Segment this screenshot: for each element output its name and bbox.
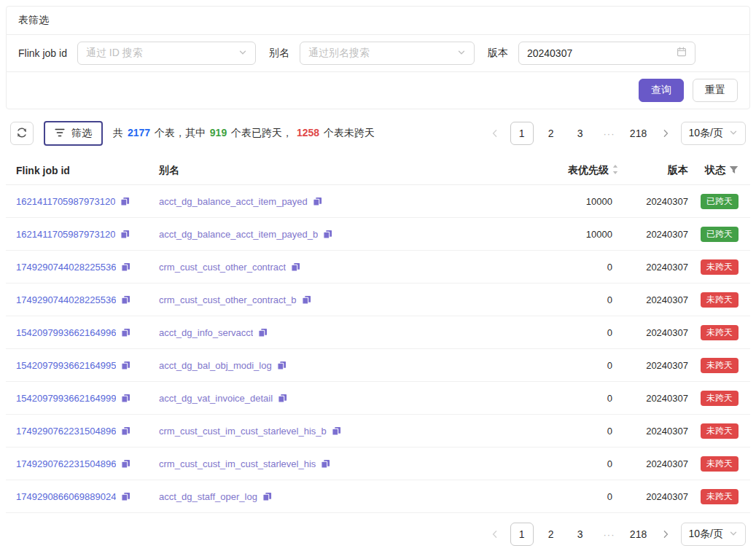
- refresh-button[interactable]: [10, 122, 34, 145]
- copy-job-id-icon[interactable]: [121, 492, 130, 501]
- priority-cell: 10000: [520, 229, 622, 240]
- version-cell: 20240307: [622, 360, 692, 371]
- version-filter-label: 版本: [488, 47, 508, 60]
- priority-cell: 10000: [520, 196, 622, 207]
- table-row: 1749290744028225536 crm_cust_cust_other_…: [6, 284, 750, 316]
- priority-cell: 0: [520, 327, 622, 338]
- column-header-jobid: Flink job id: [16, 165, 159, 176]
- alias-link[interactable]: crm_cust_cust_other_contract: [159, 262, 286, 273]
- copy-alias-icon[interactable]: [262, 492, 272, 501]
- alias-link[interactable]: acct_dg_staff_oper_log: [159, 491, 257, 502]
- copy-alias-icon[interactable]: [321, 459, 330, 469]
- pagination-next-icon[interactable]: [656, 122, 675, 145]
- column-header-version: 版本: [622, 164, 692, 177]
- page-size-select[interactable]: 10条/页: [681, 122, 746, 145]
- pagination-prev-icon[interactable]: [486, 122, 504, 145]
- copy-alias-icon[interactable]: [277, 361, 287, 370]
- version-date-input[interactable]: 20240307: [518, 42, 695, 65]
- alias-link[interactable]: crm_cust_cust_im_cust_starlevel_his: [159, 458, 316, 469]
- priority-cell: 0: [520, 491, 622, 502]
- pagination-pages: 123···218: [486, 122, 675, 145]
- alias-filter-select[interactable]: 通过别名搜索: [300, 42, 475, 65]
- copy-job-id-icon[interactable]: [120, 197, 130, 206]
- version-filter-field: 版本 20240307: [488, 42, 695, 65]
- job-id-link[interactable]: 1621411705987973120: [16, 196, 115, 207]
- job-id-link[interactable]: 1749290762231504896: [16, 426, 116, 437]
- page-button[interactable]: 3: [569, 523, 592, 546]
- copy-alias-icon[interactable]: [278, 394, 287, 403]
- pagination-next-icon[interactable]: [656, 523, 675, 546]
- alias-link[interactable]: acct_dg_vat_invoice_detail: [159, 393, 273, 404]
- priority-cell: 0: [520, 360, 622, 371]
- filter-card-title: 表筛选: [7, 7, 749, 35]
- sort-icon[interactable]: [612, 164, 619, 177]
- table-footer: 123···218 10条/页: [10, 523, 746, 546]
- pagination-ellipsis[interactable]: ···: [598, 523, 621, 546]
- alias-link[interactable]: acct_dg_balance_acct_item_payed_b: [159, 229, 318, 240]
- job-id-link[interactable]: 1542097993662164996: [16, 327, 116, 338]
- uncrossed-count: 1258: [295, 127, 321, 138]
- jobid-filter-select[interactable]: 通过 ID 搜索: [77, 42, 256, 65]
- alias-link[interactable]: acct_dg_balance_acct_item_payed: [159, 196, 308, 207]
- copy-alias-icon[interactable]: [258, 328, 268, 337]
- version-cell: 20240307: [622, 458, 692, 469]
- alias-link[interactable]: crm_cust_cust_other_contract_b: [159, 294, 297, 305]
- job-id-link[interactable]: 1749290762231504896: [16, 458, 116, 469]
- alias-filter-field: 别名 通过别名搜索: [269, 42, 475, 65]
- copy-alias-icon[interactable]: [323, 230, 332, 239]
- copy-alias-icon[interactable]: [302, 295, 311, 305]
- version-cell: 20240307: [622, 327, 692, 338]
- reset-button[interactable]: 重置: [693, 79, 738, 102]
- page-button[interactable]: 2: [539, 122, 563, 145]
- job-id-link[interactable]: 1749290744028225536: [16, 262, 116, 273]
- funnel-filter-icon[interactable]: [729, 165, 739, 176]
- alias-filter-placeholder: 通过别名搜索: [308, 47, 370, 60]
- status-badge: 未跨天: [701, 325, 739, 340]
- status-badge: 未跨天: [701, 391, 739, 406]
- table-body: 1621411705987973120 acct_dg_balance_acct…: [6, 185, 750, 513]
- column-header-status: 状态: [692, 164, 739, 177]
- page: 表筛选 Flink job id 通过 ID 搜索 别名 通过别名搜索: [0, 0, 756, 546]
- pagination-ellipsis[interactable]: ···: [598, 122, 621, 145]
- status-badge: 未跨天: [701, 489, 739, 504]
- copy-job-id-icon[interactable]: [121, 361, 130, 370]
- alias-link[interactable]: crm_cust_cust_im_cust_starlevel_his_b: [159, 426, 327, 437]
- copy-alias-icon[interactable]: [332, 426, 341, 436]
- job-id-link[interactable]: 1542097993662164999: [16, 393, 116, 404]
- priority-cell: 0: [520, 458, 622, 469]
- column-header-priority[interactable]: 表优先级: [520, 164, 622, 177]
- total-count: 2177: [126, 127, 152, 138]
- page-button[interactable]: 3: [569, 122, 592, 145]
- page-button[interactable]: 218: [627, 523, 650, 546]
- job-id-link[interactable]: 1621411705987973120: [16, 229, 115, 240]
- copy-job-id-icon[interactable]: [121, 459, 130, 469]
- pagination-pages: 123···218: [486, 523, 675, 546]
- status-badge: 未跨天: [701, 358, 739, 373]
- page-button[interactable]: 2: [539, 523, 563, 546]
- copy-alias-icon[interactable]: [313, 197, 322, 206]
- job-id-link[interactable]: 1749290744028225536: [16, 294, 116, 305]
- page-button[interactable]: 1: [510, 122, 534, 145]
- data-table: Flink job id 别名 表优先级 版本 状态 1621411705987…: [6, 156, 750, 513]
- copy-alias-icon[interactable]: [291, 262, 300, 272]
- copy-job-id-icon[interactable]: [121, 328, 130, 337]
- copy-job-id-icon[interactable]: [121, 394, 130, 403]
- version-cell: 20240307: [622, 294, 692, 305]
- job-id-link[interactable]: 1542097993662164995: [16, 360, 116, 371]
- query-button[interactable]: 查询: [639, 79, 684, 102]
- alias-link[interactable]: acct_dg_bal_obj_modi_log: [159, 360, 272, 371]
- page-size-select[interactable]: 10条/页: [681, 523, 746, 546]
- copy-job-id-icon[interactable]: [121, 295, 130, 305]
- job-id-link[interactable]: 1749290866069889024: [16, 491, 116, 502]
- table-row: 1542097993662164999 acct_dg_vat_invoice_…: [6, 382, 750, 415]
- copy-job-id-icon[interactable]: [121, 426, 130, 436]
- pagination-prev-icon[interactable]: [486, 523, 504, 546]
- chevron-down-icon: [729, 528, 738, 540]
- refresh-icon: [16, 127, 28, 141]
- copy-job-id-icon[interactable]: [120, 230, 130, 239]
- copy-job-id-icon[interactable]: [121, 262, 130, 272]
- page-button[interactable]: 1: [510, 523, 534, 546]
- alias-link[interactable]: acct_dg_info_servacct: [159, 327, 253, 338]
- page-button[interactable]: 218: [627, 122, 650, 145]
- filter-toggle-button[interactable]: 筛选: [44, 121, 103, 146]
